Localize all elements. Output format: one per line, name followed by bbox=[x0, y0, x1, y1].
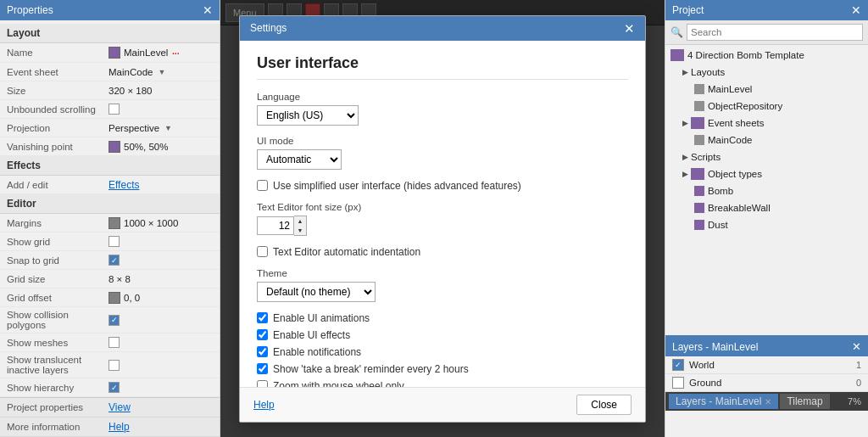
cb-break-label: Show 'take a break' reminder every 2 hou… bbox=[273, 363, 469, 375]
tab-tilemap[interactable]: Tilemap bbox=[780, 394, 829, 409]
fontsize-input[interactable] bbox=[257, 216, 294, 235]
world-check[interactable]: ✓ bbox=[672, 359, 684, 371]
tab-layers-mainlevel[interactable]: Layers - MainLevel ✕ bbox=[669, 394, 778, 409]
tree-item-mainlevel[interactable]: MainLevel bbox=[665, 81, 868, 98]
name-menu-icon[interactable]: ··· bbox=[171, 46, 179, 59]
tree-icon-breakablewall bbox=[694, 203, 704, 213]
cb-break-input[interactable] bbox=[257, 363, 268, 374]
layers-close-icon[interactable]: ✕ bbox=[852, 340, 861, 353]
name-color-swatch bbox=[108, 47, 120, 59]
tree-item-objrepo[interactable]: ObjectRepository bbox=[665, 98, 868, 115]
cb-animations-input[interactable] bbox=[257, 312, 268, 323]
tree-arrow-layouts: ▶ bbox=[682, 68, 691, 76]
properties-close-icon[interactable]: ✕ bbox=[203, 4, 213, 16]
tree-icon-events bbox=[691, 117, 704, 129]
cb-effects: Enable UI effects bbox=[257, 329, 628, 341]
dialog-header: Settings ✕ bbox=[240, 16, 645, 41]
cb-effects-input[interactable] bbox=[257, 329, 268, 340]
project-close-icon[interactable]: ✕ bbox=[851, 4, 861, 16]
dialog-help-link[interactable]: Help bbox=[253, 399, 275, 411]
cb-zoom: Zoom with mouse wheel only bbox=[257, 380, 628, 387]
simplified-group: Use simplified user interface (hides adv… bbox=[257, 180, 628, 192]
dialog-title: Settings bbox=[250, 22, 287, 34]
prop-value-projection[interactable]: Perspective ▼ bbox=[108, 123, 172, 133]
effects-link[interactable]: Effects bbox=[108, 179, 139, 191]
dialog-close-icon[interactable]: ✕ bbox=[624, 22, 635, 35]
tree-item-layouts[interactable]: ▶ Layouts bbox=[665, 64, 868, 81]
prop-value-vanishing[interactable]: 50%, 50% bbox=[108, 141, 168, 153]
prop-value-gridoffset[interactable]: 0, 0 bbox=[108, 292, 140, 304]
zoom-level: 7% bbox=[848, 396, 865, 406]
layer-row-world[interactable]: ✓ World 1 bbox=[665, 356, 868, 374]
autoindent-checkbox[interactable] bbox=[257, 246, 268, 257]
spinner-buttons: ▲ ▼ bbox=[294, 216, 307, 236]
simplified-row: Use simplified user interface (hides adv… bbox=[257, 180, 628, 192]
translucent-checkbox[interactable] bbox=[108, 360, 120, 371]
prop-label-snaptogrid: Snap to grid bbox=[7, 255, 108, 266]
prop-value-gridsize[interactable]: 8 × 8 bbox=[108, 274, 131, 284]
spinner-up[interactable]: ▲ bbox=[294, 216, 306, 226]
cb-zoom-input[interactable] bbox=[257, 380, 268, 387]
prop-value-unbounded[interactable] bbox=[108, 104, 120, 115]
tree-item-bomb[interactable]: Bomb bbox=[665, 182, 868, 199]
tree-item-scripts[interactable]: ▶ Scripts bbox=[665, 148, 868, 165]
ui-mode-select[interactable]: Automatic bbox=[257, 149, 342, 170]
prop-row-meshes: Show meshes bbox=[0, 333, 220, 352]
prop-value-showgrid[interactable] bbox=[108, 236, 120, 247]
tab-layers-label: Layers - MainLevel bbox=[676, 395, 761, 407]
footer-view-link[interactable]: View bbox=[108, 401, 131, 413]
simplified-checkbox[interactable] bbox=[257, 180, 268, 191]
prop-row-effects: Add / edit Effects bbox=[0, 176, 220, 194]
search-icon: 🔍 bbox=[670, 26, 683, 38]
collision-checkbox[interactable]: ✓ bbox=[108, 315, 120, 326]
tree-item-maincode[interactable]: MainCode bbox=[665, 132, 868, 148]
prop-value-effects[interactable]: Effects bbox=[108, 179, 139, 191]
snaptogrid-checkbox[interactable]: ✓ bbox=[108, 255, 120, 266]
hierarchy-checkbox[interactable]: ✓ bbox=[108, 382, 120, 393]
tree-arrow-scripts: ▶ bbox=[682, 153, 691, 161]
project-search-input[interactable] bbox=[687, 24, 863, 41]
prop-value-translucent[interactable] bbox=[108, 360, 120, 371]
ground-check[interactable] bbox=[672, 377, 684, 389]
theme-label: Theme bbox=[257, 268, 628, 278]
prop-value-meshes[interactable] bbox=[108, 337, 120, 348]
prop-label-translucent: Show translucent inactive layers bbox=[7, 355, 108, 375]
prop-row-hierarchy: Show hierarchy ✓ bbox=[0, 378, 220, 397]
prop-value-name[interactable]: MainLevel ··· bbox=[108, 46, 179, 59]
showgrid-checkbox[interactable] bbox=[108, 236, 120, 247]
theme-select[interactable]: Default (no theme) bbox=[257, 282, 376, 302]
meshes-checkbox[interactable] bbox=[108, 337, 120, 348]
language-select[interactable]: English (US) bbox=[257, 105, 359, 126]
footer-help-link[interactable]: Help bbox=[108, 421, 130, 433]
editor-area[interactable]: Menu Settings ✕ User interface Language … bbox=[220, 0, 665, 437]
tree-item-breakablewall[interactable]: BreakableWall bbox=[665, 199, 868, 216]
autoindent-group: Text Editor automatic indentation bbox=[257, 246, 628, 258]
spinner-down[interactable]: ▼ bbox=[294, 226, 306, 235]
prop-value-collision[interactable]: ✓ bbox=[108, 315, 120, 326]
fontsize-group: Text Editor font size (px) ▲ ▼ bbox=[257, 202, 628, 236]
tree-item-objtypes[interactable]: ▶ Object types bbox=[665, 165, 868, 182]
dialog-body: User interface Language English (US) UI … bbox=[240, 41, 645, 387]
cb-notifications-input[interactable] bbox=[257, 346, 268, 357]
prop-value-hierarchy[interactable]: ✓ bbox=[108, 382, 120, 393]
footer-project-label: Project properties bbox=[7, 402, 108, 412]
tree-item-eventsheets[interactable]: ▶ Event sheets bbox=[665, 115, 868, 132]
prop-value-snaptogrid[interactable]: ✓ bbox=[108, 255, 120, 266]
layer-row-ground[interactable]: Ground 0 bbox=[665, 374, 868, 392]
layers-title: Layers - MainLevel bbox=[672, 341, 758, 353]
tab-layers-close[interactable]: ✕ bbox=[765, 397, 771, 406]
editor-section: Editor bbox=[0, 194, 220, 214]
tree-icon-objrepo bbox=[694, 101, 704, 111]
fontsize-label: Text Editor font size (px) bbox=[257, 202, 628, 212]
prop-value-size[interactable]: 320 × 180 bbox=[108, 86, 152, 96]
settings-dialog: Settings ✕ User interface Language Engli… bbox=[239, 15, 646, 423]
tree-item-dust[interactable]: Dust bbox=[665, 216, 868, 233]
prop-value-margins[interactable]: 1000 × 1000 bbox=[108, 217, 178, 229]
dialog-close-button[interactable]: Close bbox=[576, 395, 632, 415]
prop-value-eventsheet[interactable]: MainCode ▼ bbox=[108, 67, 165, 77]
unbounded-checkbox[interactable] bbox=[108, 104, 120, 115]
tree-item-root[interactable]: 4 Direction Bomb Template bbox=[665, 47, 868, 64]
checkboxes-group: Enable UI animations Enable UI effects E… bbox=[257, 312, 628, 387]
vanishing-swatch bbox=[108, 141, 120, 153]
tree-icon-root bbox=[670, 49, 684, 61]
